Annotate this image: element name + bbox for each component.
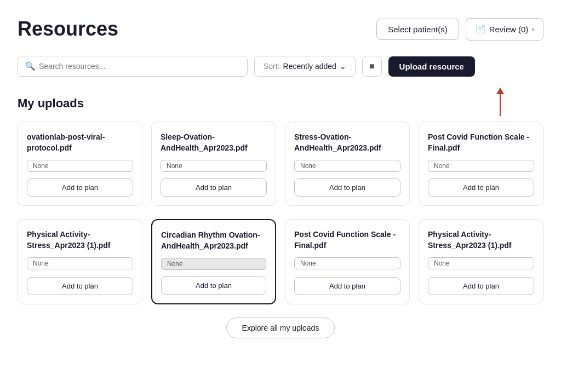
my-uploads-section: My uploads ovationlab-post-viral-protoco… — [18, 96, 543, 304]
search-input[interactable] — [18, 56, 248, 77]
resource-card-5: Physical Activity-Stress_Apr2023 (1).pdf… — [18, 219, 142, 304]
resource-card-6: Circadian Rhythm Ovation-AndHealth_Apr20… — [151, 219, 276, 304]
document-icon: 📄 — [475, 24, 486, 34]
add-to-plan-button-4[interactable]: Add to plan — [428, 178, 534, 197]
card-4-tag: None — [428, 160, 534, 172]
card-5-tag: None — [27, 257, 133, 269]
chevron-down-icon: ⌄ — [340, 62, 346, 71]
cards-row-1: ovationlab-post-viral-protocol.pdf None … — [18, 122, 543, 206]
card-6-title: Circadian Rhythm Ovation-AndHealth_Apr20… — [161, 230, 266, 251]
explore-wrapper: Explore all my uploads — [18, 318, 543, 338]
add-to-plan-button-5[interactable]: Add to plan — [27, 277, 133, 295]
search-icon: 🔍 — [25, 61, 36, 71]
chevron-right-icon: › — [531, 25, 534, 33]
add-to-plan-button-7[interactable]: Add to plan — [294, 277, 400, 295]
card-8-tag: None — [428, 257, 534, 269]
header-actions: Select patient(s) 📄 Review (0) › — [376, 18, 543, 41]
card-5-title: Physical Activity-Stress_Apr2023 (1).pdf — [27, 229, 133, 251]
add-to-plan-button-2[interactable]: Add to plan — [161, 178, 267, 197]
resource-card-4: Post Covid Function Scale - Final.pdf No… — [419, 122, 543, 206]
card-2-tag: None — [161, 160, 267, 172]
page-header: Resources Select patient(s) 📄 Review (0)… — [18, 18, 543, 41]
card-1-title: ovationlab-post-viral-protocol.pdf — [27, 132, 133, 153]
add-to-plan-button-6[interactable]: Add to plan — [161, 276, 266, 295]
sort-button[interactable]: Sort: Recently added ⌄ — [254, 56, 356, 77]
card-7-tag: None — [294, 257, 400, 269]
card-3-tag: None — [294, 160, 400, 172]
search-wrapper: 🔍 — [18, 56, 248, 77]
card-1-tag: None — [27, 160, 133, 172]
resource-card-2: Sleep-Ovation-AndHealth_Apr2023.pdf None… — [151, 122, 276, 206]
sort-value: Recently added — [283, 62, 336, 71]
review-button[interactable]: 📄 Review (0) › — [466, 18, 543, 41]
explore-all-uploads-button[interactable]: Explore all my uploads — [226, 318, 335, 338]
cards-row-2: Physical Activity-Stress_Apr2023 (1).pdf… — [18, 219, 543, 304]
grid-view-button[interactable]: ■ — [362, 56, 382, 77]
card-2-title: Sleep-Ovation-AndHealth_Apr2023.pdf — [161, 132, 267, 153]
review-label: Review (0) — [489, 25, 529, 34]
add-to-plan-button-3[interactable]: Add to plan — [294, 178, 400, 197]
card-7-title: Post Covid Function Scale - Final.pdf — [294, 229, 400, 251]
select-patients-button[interactable]: Select patient(s) — [376, 19, 459, 40]
arrow-up-icon — [496, 88, 504, 116]
resource-card-3: Stress-Ovation-AndHealth_Apr2023.pdf Non… — [285, 122, 410, 206]
card-6-tag: None — [161, 258, 266, 270]
page-title: Resources — [18, 18, 118, 41]
add-to-plan-button-1[interactable]: Add to plan — [27, 178, 133, 197]
resource-card-8: Physical Activity-Stress_Apr2023 (1).pdf… — [419, 219, 543, 304]
toolbar: 🔍 Sort: Recently added ⌄ ■ Upload resour… — [18, 56, 543, 77]
card-8-title: Physical Activity-Stress_Apr2023 (1).pdf — [428, 229, 534, 251]
upload-resource-button[interactable]: Upload resource — [388, 56, 475, 77]
resource-card-7: Post Covid Function Scale - Final.pdf No… — [285, 219, 410, 304]
card-3-title: Stress-Ovation-AndHealth_Apr2023.pdf — [294, 132, 400, 153]
sort-prefix: Sort: — [264, 62, 280, 71]
grid-icon: ■ — [369, 61, 375, 71]
section-title-my-uploads: My uploads — [18, 96, 543, 111]
add-to-plan-button-8[interactable]: Add to plan — [428, 277, 534, 295]
card-4-title: Post Covid Function Scale - Final.pdf — [428, 132, 534, 153]
resource-card-1: ovationlab-post-viral-protocol.pdf None … — [18, 122, 142, 206]
